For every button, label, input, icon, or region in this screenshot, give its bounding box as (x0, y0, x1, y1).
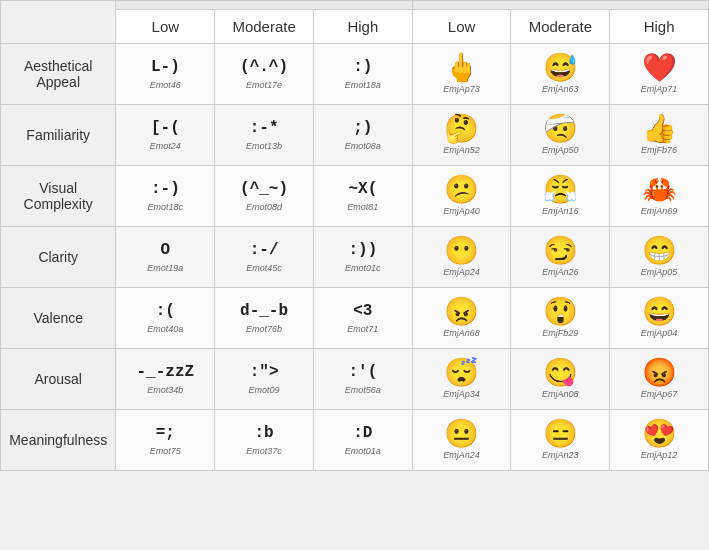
emoticon-code: Emot08a (345, 141, 381, 151)
emoticon-code: Emot71 (347, 324, 378, 334)
emoticon-code: Emot76b (246, 324, 282, 334)
emoticon-cell: O Emot19a (116, 227, 215, 288)
emoticon-code: Emot45c (246, 263, 282, 273)
emoticon-cell: L-) Emot46 (116, 44, 215, 105)
emoji-cell: 😡 EmjAp67 (610, 349, 709, 410)
emoji-code: EmjAp40 (443, 206, 480, 216)
emoticon-cell: :-) Emot18c (116, 166, 215, 227)
emoticon-level-moderate: Moderate (215, 10, 314, 44)
emoji-symbol: 😶 (444, 237, 479, 265)
emoji-symbol: 😅 (543, 54, 578, 82)
emoticon-code: Emot01c (345, 263, 381, 273)
row-label-meaningfulness: Meaningfulness (1, 410, 116, 471)
emoji-cell: 😁 EmjAp05 (610, 227, 709, 288)
emoticon-cell: :"> Emot09 (215, 349, 314, 410)
table-row: Visual Complexity :-) Emot18c (^_~) Emot… (1, 166, 709, 227)
emoji-header (412, 1, 708, 10)
emoticon-cell: =; Emot75 (116, 410, 215, 471)
emoji-code: EmjAp04 (641, 328, 678, 338)
main-table: LowModerateHighLowModerateHigh Aesthetic… (0, 0, 709, 471)
emoticon-symbol: :)) (348, 241, 377, 260)
emoji-cell: 😤 EmjAn16 (511, 166, 610, 227)
emoticon-code: Emot13b (246, 141, 282, 151)
emoticon-symbol: :D (353, 424, 372, 443)
emoji-code: EmjFb76 (641, 145, 677, 155)
emoji-cell: 🦀 EmjAn69 (610, 166, 709, 227)
emoji-code: EmjAn69 (641, 206, 678, 216)
emoticon-code: Emot19a (147, 263, 183, 273)
emoticon-cell: -_-zzZ Emot34b (116, 349, 215, 410)
emoticon-symbol: =; (156, 424, 175, 443)
emoticon-symbol: [-( (151, 119, 180, 138)
emoji-symbol: 😕 (444, 176, 479, 204)
row-label-visual-complexity: Visual Complexity (1, 166, 116, 227)
emoticon-cell: :)) Emot01c (313, 227, 412, 288)
emoji-symbol: 😏 (543, 237, 578, 265)
emoticon-code: Emot75 (150, 446, 181, 456)
emoji-level-moderate: Moderate (511, 10, 610, 44)
emoticon-cell: (^.^) Emot17e (215, 44, 314, 105)
emoji-code: EmjAn52 (443, 145, 480, 155)
emoji-cell: 😐 EmjAn24 (412, 410, 511, 471)
emoticon-code: Emot40a (147, 324, 183, 334)
emoji-level-low: Low (412, 10, 511, 44)
emoticon-code: Emot18a (345, 80, 381, 90)
emoji-symbol: 😋 (543, 359, 578, 387)
table-row: Arousal -_-zzZ Emot34b :"> Emot09 :'( Em… (1, 349, 709, 410)
emoji-symbol: ❤️ (642, 54, 677, 82)
emoji-symbol: 😄 (642, 298, 677, 326)
emoticon-cell: <3 Emot71 (313, 288, 412, 349)
emoji-symbol: 😠 (444, 298, 479, 326)
emoticon-code: Emot01a (345, 446, 381, 456)
emoji-code: EmjAp73 (443, 84, 480, 94)
emoticon-cell: :b Emot37c (215, 410, 314, 471)
emoji-symbol: 😴 (444, 359, 479, 387)
row-label-aesthetical-appeal: Aesthetical Appeal (1, 44, 116, 105)
emoticon-cell: :( Emot40a (116, 288, 215, 349)
emoticon-code: Emot18c (148, 202, 184, 212)
emoticon-level-low: Low (116, 10, 215, 44)
emoticon-symbol: :b (254, 424, 273, 443)
emoji-symbol: 🤕 (543, 115, 578, 143)
emoji-symbol: 😍 (642, 420, 677, 448)
emoticon-code: Emot09 (249, 385, 280, 395)
emoticon-symbol: ~X( (348, 180, 377, 199)
emoticon-cell: ;) Emot08a (313, 105, 412, 166)
emoji-cell: 😑 EmjAn23 (511, 410, 610, 471)
emoticon-cell: :'( Emot56a (313, 349, 412, 410)
emoji-symbol: 🦀 (642, 176, 677, 204)
emoticon-cell: :) Emot18a (313, 44, 412, 105)
emoji-cell: 🤕 EmjAp50 (511, 105, 610, 166)
emoticon-symbol: L-) (151, 58, 180, 77)
emoji-cell: 😍 EmjAp12 (610, 410, 709, 471)
emoji-code: EmjAp24 (443, 267, 480, 277)
emoticon-symbol: -_-zzZ (137, 363, 195, 382)
emoticon-symbol: :"> (250, 363, 279, 382)
emoji-cell: 🤔 EmjAn52 (412, 105, 511, 166)
emoticon-symbol: :-/ (250, 241, 279, 260)
table-row: Aesthetical Appeal L-) Emot46 (^.^) Emot… (1, 44, 709, 105)
emoji-code: EmjFb29 (542, 328, 578, 338)
emoticon-symbol: O (161, 241, 171, 260)
emoji-symbol: 🖕 (444, 54, 479, 82)
emoticon-cell: ~X( Emot81 (313, 166, 412, 227)
emoticon-cell: :-/ Emot45c (215, 227, 314, 288)
table-row: Familiarity [-( Emot24 :-* Emot13b ;) Em… (1, 105, 709, 166)
emoji-symbol: 😤 (543, 176, 578, 204)
emoticon-cell: d-_-b Emot76b (215, 288, 314, 349)
emoticon-code: Emot24 (150, 141, 181, 151)
emoji-symbol: 😁 (642, 237, 677, 265)
emoji-symbol: 😡 (642, 359, 677, 387)
emoticon-code: Emot81 (347, 202, 378, 212)
emoticon-symbol: d-_-b (240, 302, 288, 321)
emoji-cell: 😏 EmjAn26 (511, 227, 610, 288)
emoticon-cell: [-( Emot24 (116, 105, 215, 166)
emoticon-symbol: :( (156, 302, 175, 321)
row-label-valence: Valence (1, 288, 116, 349)
emoji-cell: 😠 EmjAn68 (412, 288, 511, 349)
emoticon-level-high: High (313, 10, 412, 44)
emoticon-code: Emot17e (246, 80, 282, 90)
row-label-clarity: Clarity (1, 227, 116, 288)
emoji-code: EmjAn68 (443, 328, 480, 338)
emoji-code: EmjAp34 (443, 389, 480, 399)
